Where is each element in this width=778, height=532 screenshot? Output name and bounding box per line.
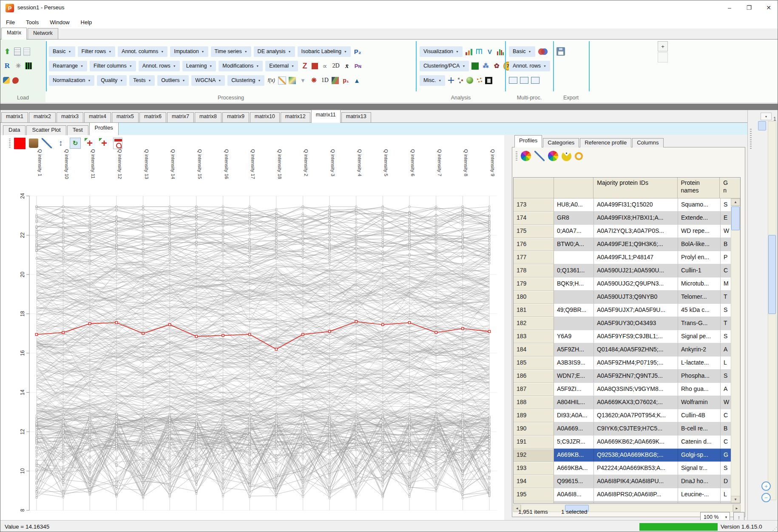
ribbon-button-basic[interactable]: Basic▼ [49,46,75,57]
table-hscroll-track[interactable] [521,504,733,512]
table-cell[interactable]: A0A5F9ZHN7;Q9NTJ5... [594,370,678,383]
table-cell[interactable]: Q99615... [554,475,594,488]
header-protein-names[interactable]: Proteinnames [678,178,720,198]
table-row[interactable]: 189DI93;A0A...Q13620;A0A7P0T954;K...Cull… [514,409,740,422]
matrix-black-icon[interactable] [25,62,32,69]
ribbon-button-filter-rows[interactable]: Filter rows▼ [78,46,116,57]
ribbon-button-time-series[interactable]: Time series▼ [211,46,251,57]
matrix-tab-matrix7[interactable]: matrix7 [167,112,194,122]
pacman-icon[interactable] [562,151,571,161]
table-cell[interactable]: Extende... [678,212,721,225]
table-cell[interactable]: A5F9ZH... [554,343,594,357]
table-cell[interactable]: Q13620;A0A7P0T954;K... [594,409,678,422]
tab-network[interactable]: Network [28,28,58,39]
table-vscroll-up[interactable]: ▲ [731,198,740,206]
table-vscroll-thumb[interactable] [731,207,740,230]
1d-icon[interactable]: 1D [321,76,329,85]
web-icon[interactable]: ❋ [309,76,318,85]
table-row[interactable]: 174GR8A0A499FIX8;H7BXI1;A...Extende...E [514,212,740,225]
table-cell[interactable]: Rho gua... [678,383,721,396]
table-cell[interactable]: A3B3IS9... [554,357,594,370]
row-number-cell[interactable]: 193 [514,462,554,475]
table-cell[interactable]: A0A590UJG2;Q9UPN3... [594,277,678,291]
plain-matrix-upload-icon[interactable] [23,48,30,56]
table-vscroll-track[interactable] [731,206,740,496]
table-cell[interactable]: W [721,396,732,409]
header-ids[interactable] [554,178,594,198]
table-cell[interactable]: Y6A9 [554,330,594,343]
table-cell[interactable]: A0A5F9YFS9;C9JBL1;... [594,330,678,343]
table-cell[interactable]: A0A499FIX8;H7BXI1;A... [594,212,678,225]
add-selection-icon[interactable]: + [84,138,95,149]
ribbon-button-normalization[interactable]: Normalization▼ [49,75,94,86]
pn-icon[interactable]: Pɴ [354,62,362,70]
panel-tab-categories[interactable]: Categories [543,138,579,147]
ribbon-button-annot-rows[interactable]: Annot. rows▼ [509,61,550,71]
table-row[interactable]: 1750;A0A7...A0A7I2YQL3;A0A7P0S...WD repe… [514,225,740,238]
table-cell[interactable]: C9IYK6;C9JTE9;H7C5... [594,422,678,436]
table-cell[interactable]: BTW0;A... [554,238,594,251]
table-cell[interactable]: P42224;A0A669KB53;A... [594,462,678,475]
table-cell[interactable]: Q92538;A0A669KBG8;... [594,449,678,462]
resize-grip[interactable]: ⋰ [772,526,777,532]
table-cell[interactable]: P [721,251,732,264]
matrix-tab-matrix11[interactable]: matrix11 [311,110,341,123]
table-row[interactable]: 192A669KB...Q92538;A0A669KBG8;...Golgi-s… [514,449,740,462]
table-row[interactable]: 183Y6A9A0A5F9YFS9;C9JBL1;...Signal pe...… [514,330,740,343]
row-number-cell[interactable]: 192 [514,449,554,462]
table-cell[interactable]: A0A5F9UJX7;A0A5F9U... [594,304,678,317]
row-number-cell[interactable]: 182 [514,317,554,330]
matrix-tab-matrix3[interactable]: matrix3 [57,112,83,122]
table-cell[interactable]: A0A499FJL1;P48147 [594,251,678,264]
p1-icon[interactable]: p₁ [341,76,350,85]
ribbon-button-de-analysis[interactable]: DE analysis▼ [254,46,295,57]
table-cell[interactable] [554,317,594,330]
table-cell[interactable]: Prolyl en... [678,251,721,264]
venn-icon[interactable] [538,48,548,55]
ribbon-button-annot-columns[interactable]: Annot. columns▼ [118,46,168,57]
table-cell[interactable]: 0;A0A7... [554,225,594,238]
ribbon-button-imputation[interactable]: Imputation▼ [170,46,208,57]
row-number-cell[interactable]: 185 [514,357,554,370]
row-number-cell[interactable]: 174 [514,212,554,225]
table-row[interactable]: 177A0A499FJL1;P48147Prolyl en...P [514,251,740,264]
header-rownum[interactable] [514,178,554,198]
row-number-cell[interactable]: 186 [514,370,554,383]
matrix-tab-matrix13[interactable]: matrix13 [341,112,371,122]
table-cell[interactable]: A669KBA... [554,462,594,475]
table-cell[interactable]: Telomer... [678,291,721,304]
table-cell[interactable]: A804HIL... [554,396,594,409]
flower-icon[interactable]: ✿ [492,62,501,70]
ribbon-button-clustering-pca[interactable]: Clustering/PCA▼ [420,61,469,71]
table-cell[interactable]: 49;Q9BR... [554,304,594,317]
table-cell[interactable]: WD repe... [678,225,721,238]
color-wheel-icon[interactable] [548,151,558,161]
table-row-partial[interactable] [514,501,740,504]
table-cell[interactable]: Q01484;A0A5F9ZHN5;... [594,343,678,357]
table-cell[interactable]: B [721,422,732,436]
subtab-scatter-plot[interactable]: Scatter Plot [26,125,66,135]
row-number-cell[interactable]: 194 [514,475,554,488]
colormap-icon[interactable] [289,77,296,84]
table-cell[interactable]: T [721,317,732,330]
ribbon-button-wgcna[interactable]: WGCNA▼ [191,75,225,86]
table-row[interactable]: 173HU8;A0...A0A499FI31;Q15020Squamo...S [514,198,740,212]
hand-icon[interactable] [485,77,492,84]
ribbon-expand-button[interactable]: + [658,41,668,51]
line-style-icon[interactable] [534,151,545,161]
table-cell[interactable]: Signal pe... [678,330,721,343]
table-cell[interactable]: A0A7I2YQL3;A0A7P0S... [594,225,678,238]
table-cell[interactable]: C [721,409,732,422]
table-cell[interactable]: T [721,291,732,304]
row-number-cell[interactable]: 173 [514,198,554,212]
ribbon-button-misc-[interactable]: Misc.▼ [420,75,445,86]
fit-vertical-icon[interactable]: ↕ [55,138,66,149]
table-cell[interactable]: A [721,343,732,357]
table-cell[interactable]: A669KB... [554,449,594,462]
ribbon-button-filter-columns[interactable]: Filter columns▼ [90,61,136,71]
network-icon[interactable]: ⁂ [481,62,490,70]
table-cell[interactable] [554,251,594,264]
tab-matrix[interactable]: Matrix [1,28,27,40]
2d-icon[interactable]: 2D [332,62,340,70]
red-grid-icon[interactable] [312,63,318,69]
